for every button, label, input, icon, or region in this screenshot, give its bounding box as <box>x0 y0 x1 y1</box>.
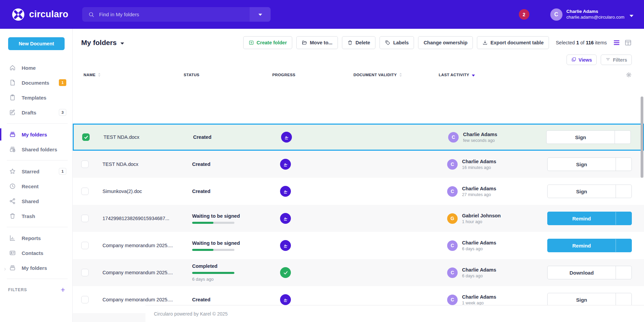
progress-bar <box>192 272 234 274</box>
notifications-badge[interactable]: 2 <box>519 9 529 20</box>
table-row[interactable]: TEST NDA.docx Created C Charlie Adams 16… <box>73 151 644 178</box>
sort-icon <box>98 72 101 77</box>
activity-avatar: G <box>447 213 458 224</box>
row-action-button[interactable]: Download <box>548 266 616 279</box>
chevron-right-icon <box>3 266 7 270</box>
sidebar-badge: 1 <box>59 168 66 175</box>
create-folder-button[interactable]: Create folder <box>243 36 292 49</box>
activity-avatar: C <box>447 159 458 170</box>
column-header-document-validity[interactable]: DOCUMENT VALIDITY <box>353 72 439 77</box>
signature-icon <box>281 132 292 143</box>
sidebar-item-shared-folders[interactable]: Shared folders <box>0 142 72 157</box>
row-action-button[interactable]: Remind <box>548 239 616 252</box>
change-ownership-button[interactable]: Change ownership <box>418 36 473 49</box>
activity-time: 1 week ago <box>462 301 496 305</box>
user-info[interactable]: Charlie Adams charlie.adams@circularo.co… <box>567 9 624 20</box>
table-row[interactable]: Company memorandum 2025.... Waiting to b… <box>73 232 644 259</box>
activity-avatar: C <box>447 267 458 278</box>
row-action-dropdown[interactable] <box>616 185 631 198</box>
row-action-button[interactable]: Sign <box>548 293 616 306</box>
activity-user: Charlie Adams <box>462 186 496 191</box>
table-row[interactable]: TEST NDA.docx Created C Charlie Adams fe… <box>73 124 644 151</box>
circularo-logo-icon <box>12 8 25 21</box>
new-document-button[interactable]: New Document <box>8 37 65 50</box>
row-action: Sign <box>547 293 632 306</box>
document-name[interactable]: Company memorandum 2025.... <box>97 243 184 248</box>
row-action-dropdown[interactable] <box>616 158 631 171</box>
document-name[interactable]: Simunkova(2).doc <box>97 189 184 194</box>
sidebar-item-starred[interactable]: Starred 1 <box>0 164 72 179</box>
add-filter-button[interactable] <box>60 287 66 293</box>
row-checkbox[interactable] <box>81 296 89 303</box>
sidebar-item-templates[interactable]: Templates <box>0 90 72 105</box>
document-name[interactable]: TEST NDA.docx <box>98 134 185 140</box>
column-header-status[interactable]: STATUS <box>184 73 272 77</box>
row-action: Sign <box>546 130 631 144</box>
row-action-dropdown[interactable] <box>616 212 631 225</box>
filters-button[interactable]: Filters <box>601 55 632 65</box>
caret-down-icon <box>258 12 262 18</box>
move-to-button[interactable]: Move to... <box>296 36 338 49</box>
sidebar-item-home[interactable]: Home <box>0 60 72 75</box>
table-row[interactable]: Company memorandum 2025.... Completed 6 … <box>73 259 644 286</box>
table-row[interactable]: Simunkova(2).doc Created C Charlie Adams… <box>73 178 644 205</box>
row-checkbox[interactable] <box>81 242 89 249</box>
row-checkbox[interactable] <box>81 215 89 222</box>
document-name[interactable]: Company memorandum 2025.... <box>97 270 184 275</box>
column-header-progress[interactable]: PROGRESS <box>272 73 353 77</box>
sidebar-item-reports[interactable]: Reports <box>0 231 72 245</box>
sidebar-item-recent[interactable]: Recent <box>0 179 72 194</box>
activity-time: 16 minutes ago <box>462 165 496 170</box>
row-action-button[interactable]: Sign <box>548 158 616 171</box>
row-checkbox[interactable] <box>82 133 90 141</box>
delete-button[interactable]: Delete <box>342 36 376 49</box>
sidebar-badge: 3 <box>59 109 66 116</box>
filters-section-label: FILTERS <box>8 287 27 292</box>
export-document-table-button[interactable]: Export document table <box>477 36 549 49</box>
row-action-dropdown[interactable] <box>616 293 631 306</box>
sidebar-item-trash[interactable]: Trash <box>0 209 72 223</box>
sidebar-item-documents[interactable]: Documents 1 <box>0 75 72 90</box>
column-header-last-activity[interactable]: LAST ACTIVITY <box>439 73 537 77</box>
document-name[interactable]: 17429981238269015934687... <box>97 216 184 221</box>
document-name[interactable]: Company memorandum 2025.... <box>97 297 184 302</box>
row-action-button[interactable]: Sign <box>548 185 616 198</box>
page-title[interactable]: My folders <box>81 39 124 47</box>
sidebar-item-drafts[interactable]: Drafts 3 <box>0 105 72 120</box>
labels-button[interactable]: Labels <box>380 36 414 49</box>
app-logo[interactable]: circularo <box>0 8 73 21</box>
table-row[interactable]: 17429981238269015934687... Waiting to be… <box>73 205 644 232</box>
row-action-dropdown[interactable] <box>616 239 631 252</box>
sidebar-item-my-folders[interactable]: My folders <box>0 260 72 275</box>
column-header-name[interactable]: NAME <box>81 72 184 77</box>
list-view-icon[interactable] <box>613 39 620 46</box>
row-action-button[interactable]: Remind <box>548 212 616 225</box>
footer-text: Circularo powered by Karel © 2025 <box>154 311 228 317</box>
table-header: NAMESTATUSPROGRESSDOCUMENT VALIDITYLAST … <box>73 65 644 82</box>
search-input[interactable] <box>94 12 250 17</box>
views-button[interactable]: Views <box>567 55 597 65</box>
sidebar-item-shared[interactable]: Shared <box>0 194 72 209</box>
row-action-dropdown[interactable] <box>615 131 630 144</box>
row-checkbox[interactable] <box>81 160 89 168</box>
vertical-scrollbar[interactable] <box>641 96 643 178</box>
user-menu-caret-icon[interactable] <box>629 13 634 16</box>
sidebar-item-my-folders[interactable]: My folders <box>0 127 72 142</box>
search-scope-dropdown[interactable] <box>250 7 271 22</box>
row-checkbox[interactable] <box>81 188 89 195</box>
title-caret-icon <box>120 39 124 47</box>
row-checkbox[interactable] <box>81 269 89 276</box>
grid-view-icon[interactable] <box>624 39 632 46</box>
gear-icon[interactable] <box>626 72 632 78</box>
sidebar-item-contacts[interactable]: Contacts <box>0 245 72 260</box>
user-avatar[interactable]: C <box>550 8 562 21</box>
activity-user: Charlie Adams <box>462 294 496 300</box>
signature-icon <box>280 159 291 170</box>
document-name[interactable]: TEST NDA.docx <box>97 162 184 167</box>
search-icon <box>88 12 94 18</box>
row-action-dropdown[interactable] <box>616 266 631 279</box>
row-action-button[interactable]: Sign <box>547 131 615 144</box>
activity-time: 6 days ago <box>462 246 496 251</box>
status-text: Waiting to be signed <box>192 240 272 246</box>
activity-avatar: C <box>448 132 459 143</box>
